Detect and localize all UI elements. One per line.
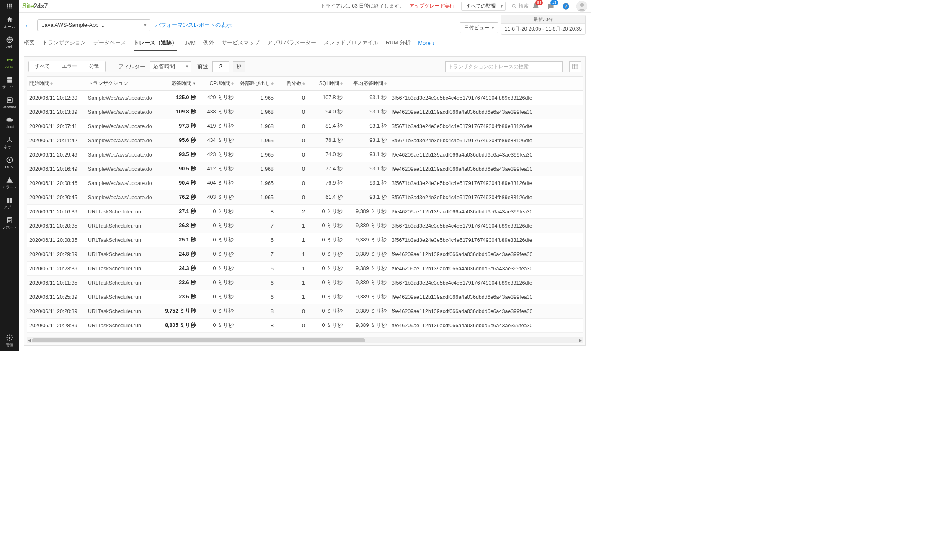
tab-overview[interactable]: 概要 [24, 37, 35, 51]
hscroll-thumb[interactable] [32, 338, 365, 342]
sidebar-item-network[interactable]: ネッ… [0, 133, 19, 153]
cell-cpu: 434 ミリ秒 [199, 134, 236, 148]
filter-field-select[interactable]: 応答時間 [150, 61, 191, 72]
upgrade-link[interactable]: アップグレード実行 [409, 3, 454, 10]
table-row[interactable]: 2020/06/11 20:08:46SampleWeb/aws/update.… [27, 176, 583, 190]
th-cpu[interactable]: CPU時間 [199, 77, 236, 91]
performance-report-link[interactable]: パフォーマンスレポートの表示 [155, 21, 232, 29]
cell-ext: 1,965 [236, 134, 276, 148]
table-row[interactable]: 2020/06/11 20:11:42SampleWeb/aws/update.… [27, 134, 583, 148]
table-row[interactable]: 2020/06/11 20:29:39URLTaskScheduler.run2… [27, 247, 583, 262]
seg-dist[interactable]: 分散 [83, 61, 105, 72]
table-row[interactable]: 2020/06/11 20:20:39URLTaskScheduler.run9… [27, 304, 583, 319]
th-txn[interactable]: トランザクション [85, 77, 161, 91]
table-row[interactable]: 2020/06/11 20:11:35URLTaskScheduler.run2… [27, 276, 583, 290]
sidebar-item-apps[interactable]: アプ… [0, 193, 19, 213]
table-row[interactable]: 2020/06/11 20:28:39URLTaskScheduler.run8… [27, 319, 583, 333]
seg-all[interactable]: すべて [29, 61, 56, 72]
cell-avg: 9,389 ミリ秒 [345, 333, 389, 337]
table-header-row: 開始時間 トランザクション 応答時間 CPU時間 外部呼び出し 例外数 SQL時… [27, 77, 583, 91]
svg-rect-7 [9, 8, 10, 9]
help-icon[interactable]: ? [561, 2, 571, 11]
tab-transaction[interactable]: トランザクション [42, 37, 86, 51]
cell-start: 2020/06/11 20:11:35 [27, 276, 85, 290]
hscroll-left-icon[interactable]: ◀ [27, 337, 32, 343]
svg-rect-5 [10, 5, 12, 7]
table-row[interactable]: 2020/06/11 20:20:35URLTaskScheduler.run2… [27, 219, 583, 233]
svg-text:?: ? [565, 3, 567, 8]
th-sql[interactable]: SQL時間 [307, 77, 345, 91]
cell-resp: 97.3 秒 [161, 119, 199, 134]
th-exc[interactable]: 例外数 [276, 77, 307, 91]
th-trace[interactable] [389, 77, 583, 91]
cell-trace: f9e46209ae112b139acdf066a4a036dbdd6e6a43… [389, 205, 583, 219]
cell-txn: SampleWeb/aws/update.do [85, 119, 161, 134]
sidebar-item-apm[interactable]: APM [0, 53, 19, 73]
tab-more[interactable]: More ↓ [418, 38, 435, 50]
tab-threadprofile[interactable]: スレッドプロファイル [324, 37, 378, 51]
sidebar-item-server[interactable]: サーバー [0, 73, 19, 93]
th-start[interactable]: 開始時間 [27, 77, 85, 91]
cell-start: 2020/06/11 20:20:39 [27, 304, 85, 319]
sidebar-item-web[interactable]: Web [0, 33, 19, 53]
th-avg[interactable]: 平均応答時間 [345, 77, 389, 91]
back-arrow-icon[interactable]: ← [24, 21, 32, 29]
date-view-button[interactable]: 日付ビュー [460, 22, 498, 33]
cell-avg: 93.1 秒 [345, 134, 389, 148]
table-row[interactable]: 2020/06/11 20:13:39SampleWeb/aws/update.… [27, 105, 583, 119]
columns-button[interactable] [569, 61, 581, 72]
cell-sql: 0 ミリ秒 [307, 247, 345, 262]
table-row[interactable]: 2020/06/11 20:29:49SampleWeb/aws/update.… [27, 148, 583, 162]
cell-cpu: 403 ミリ秒 [199, 190, 236, 205]
sidebar-item-rum[interactable]: RUM [0, 153, 19, 173]
hscroll-right-icon[interactable]: ▶ [578, 337, 583, 343]
table-row[interactable]: 2020/06/11 20:16:39URLTaskScheduler.run2… [27, 205, 583, 219]
sidebar-item-alert[interactable]: アラート [0, 173, 19, 193]
tab-servicemap[interactable]: サービスマップ [222, 37, 260, 51]
sidebar-item-report[interactable]: レポート [0, 213, 19, 233]
sidebar-item-home[interactable]: ホーム [0, 13, 19, 33]
tab-appparams[interactable]: アプリパラメーター [267, 37, 316, 51]
th-ext[interactable]: 外部呼び出し [236, 77, 276, 91]
sidebar-item-admin[interactable]: 管理 [0, 331, 19, 351]
cell-cpu: 0 ミリ秒 [199, 262, 236, 276]
cell-trace: f9e46209ae112b139acdf066a4a036dbdd6e6a43… [389, 162, 583, 176]
svg-rect-14 [7, 81, 12, 83]
time-range-box[interactable]: 最新30分 11-6月-20 20:05 - 11-6月-20 20:35 [501, 15, 586, 35]
tab-exception[interactable]: 例外 [203, 37, 214, 51]
messages-badge: 13 [550, 0, 558, 5]
trace-search-input[interactable] [445, 61, 563, 72]
table-row[interactable]: 2020/06/11 20:23:39URLTaskScheduler.run2… [27, 262, 583, 276]
table-row[interactable]: 2020/06/11 20:08:35URLTaskScheduler.run2… [27, 233, 583, 247]
cell-ext: 6 [236, 233, 276, 247]
table-row[interactable]: 2020/06/11 20:07:41SampleWeb/aws/update.… [27, 119, 583, 134]
sidebar-item-cloud[interactable]: Cloud [0, 113, 19, 133]
sidebar-item-vmware[interactable]: VMware [0, 93, 19, 113]
user-avatar[interactable] [576, 1, 587, 12]
tab-jvm[interactable]: JVM [185, 38, 196, 50]
cell-trace: 3f5671b3ad3e24e3e5bc4c4e5179176749304fb8… [389, 134, 583, 148]
seg-error[interactable]: エラー [56, 61, 83, 72]
apps-grid-icon[interactable] [0, 0, 19, 13]
cell-ext: 1,968 [236, 105, 276, 119]
th-resp[interactable]: 応答時間 [161, 77, 199, 91]
filter-value-input[interactable] [212, 61, 229, 72]
cell-resp: 6,751 ミリ秒 [161, 333, 199, 337]
cell-ext: 7 [236, 247, 276, 262]
application-select[interactable]: Java AWS-Sample-App ... [37, 19, 150, 31]
global-search[interactable]: 検索 [511, 3, 529, 10]
monitor-select[interactable]: すべての監視 [461, 2, 506, 11]
table-row[interactable]: 2020/06/11 20:16:49SampleWeb/aws/update.… [27, 162, 583, 176]
horizontal-scrollbar[interactable]: ◀ ▶ [27, 337, 583, 343]
messages-icon[interactable]: 13 [546, 2, 555, 11]
tab-trace[interactable]: トレース（追跡） [134, 37, 177, 51]
cell-txn: URLTaskScheduler.run [85, 262, 161, 276]
notifications-icon[interactable]: 64 [531, 2, 540, 11]
svg-rect-4 [9, 5, 10, 7]
table-row[interactable]: 2020/06/11 20:32:35URLTaskScheduler.run6… [27, 333, 583, 337]
tab-rumanalysis[interactable]: RUM 分析 [386, 37, 411, 51]
tab-database[interactable]: データベース [93, 37, 126, 51]
table-row[interactable]: 2020/06/11 20:25:39URLTaskScheduler.run2… [27, 290, 583, 304]
table-row[interactable]: 2020/06/11 20:20:45SampleWeb/aws/update.… [27, 190, 583, 205]
table-row[interactable]: 2020/06/11 20:12:39SampleWeb/aws/update.… [27, 91, 583, 105]
